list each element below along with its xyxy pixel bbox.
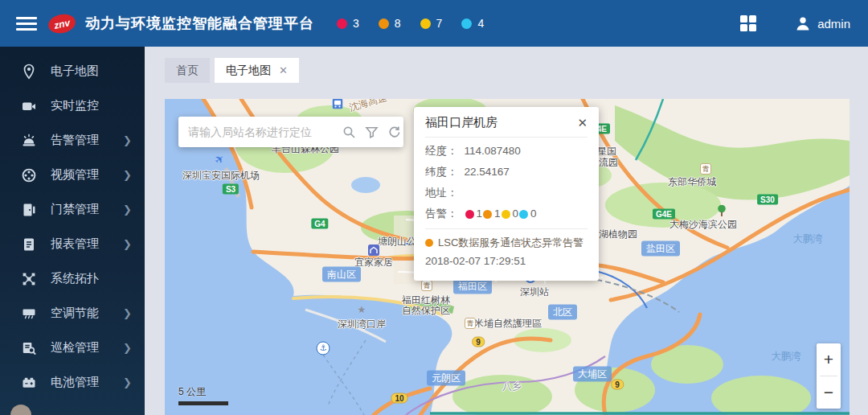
district-label-yuanlang: 元朗区 — [427, 371, 465, 386]
user-menu[interactable]: admin — [795, 15, 850, 31]
tab-close-icon[interactable]: ✕ — [279, 64, 288, 76]
alarm-bell-icon — [21, 133, 37, 149]
district-label-futian: 福田区 — [453, 279, 492, 294]
scale-bar — [178, 401, 228, 405]
sidebar-item-emap[interactable]: 电子地图 — [0, 54, 145, 88]
sidebar-item-alarm-mgmt[interactable]: 告警管理 ❯ — [0, 123, 145, 158]
major-dot-icon — [379, 18, 389, 29]
camera-icon — [21, 98, 37, 114]
map-zoom-control: + − — [817, 343, 841, 409]
alarm-summary: 3 8 7 4 — [337, 17, 503, 30]
tab-bar: 首页 电子地图✕ — [165, 58, 304, 83]
search-icon[interactable] — [342, 125, 356, 139]
map-label-mipu-reserve: 米埔自然護理區 — [474, 317, 542, 331]
zoom-out-button[interactable]: − — [817, 376, 841, 409]
popup-field-latitude: 纬度：22.54167 — [425, 162, 588, 183]
chevron-right-icon: ❯ — [123, 134, 132, 146]
topology-icon — [21, 271, 37, 287]
filter-icon[interactable] — [365, 125, 379, 139]
road-badge-10: 10 — [391, 393, 407, 404]
sidebar-item-access-control[interactable]: 门禁管理 ❯ — [0, 192, 145, 227]
chevron-right-icon: ❯ — [123, 342, 132, 354]
sidebar-item-live-monitor[interactable]: 实时监控 — [0, 88, 145, 123]
sidebar-item-battery[interactable]: 电池管理 ❯ — [0, 365, 145, 400]
alarm-count-critical[interactable]: 3 — [337, 17, 359, 30]
sidebar-partial-avatar — [10, 405, 31, 415]
road-badge-g4e-b: G4E — [653, 209, 675, 220]
critical-dot-icon — [337, 18, 347, 29]
minor-dot-icon — [502, 210, 510, 219]
alarm-dot-icon — [425, 239, 433, 247]
major-dot-icon — [483, 210, 492, 219]
site-info-popup: 福田口岸机房 ✕ 经度：114.087480 纬度：22.54167 地址： 告… — [414, 107, 599, 281]
refresh-icon[interactable] — [387, 125, 401, 139]
road-badge-s3: S3 — [223, 184, 239, 195]
map-label-east-oct: 东部华侨城 — [668, 175, 716, 189]
door-icon — [21, 202, 37, 218]
port-star-icon: ★ — [358, 304, 366, 315]
map-label-partial-line2: 流园 — [599, 156, 618, 170]
sidebar-item-report-mgmt[interactable]: 报表管理 ❯ — [0, 227, 145, 261]
popup-alarm-counts: 告警： 1 1 0 0 — [425, 203, 588, 224]
map-label-shenzhen-station: 深圳站 — [520, 286, 549, 299]
sidebar-item-ac-energy[interactable]: 空调节能 ❯ — [0, 296, 145, 331]
popup-title: 福田口岸机房 — [425, 115, 497, 130]
map-label-mangrove-line2: 自然保护区 — [402, 304, 450, 318]
zoom-in-button[interactable]: + — [817, 343, 841, 376]
report-icon — [21, 236, 37, 253]
chevron-right-icon: ❯ — [123, 169, 132, 181]
scenic-spot-icon: 青 — [700, 163, 711, 175]
sidebar-item-topology[interactable]: 系统拓扑 — [0, 261, 145, 296]
road-badge-9a: 9 — [472, 337, 485, 347]
popup-alarm-message: LSC数据服务通信状态异常告警 — [425, 234, 588, 252]
minor-dot-icon — [420, 18, 431, 29]
chevron-right-icon: ❯ — [123, 203, 132, 216]
app-header: znv 动力与环境监控智能融合管理平台 3 8 7 4 admin — [0, 0, 868, 47]
station-search-box — [178, 117, 403, 147]
apps-grid-icon[interactable] — [740, 15, 756, 31]
popup-close-icon[interactable]: ✕ — [577, 116, 588, 130]
sidebar-item-inspection[interactable]: 巡检管理 ❯ — [0, 331, 145, 365]
popup-field-longitude: 经度：114.087480 — [425, 141, 588, 162]
scenic-spot-icon: 青 — [421, 280, 432, 291]
map-label-dapeng-bay-1: 大鹏湾 — [792, 232, 823, 246]
popup-field-address: 地址： — [425, 183, 588, 203]
critical-dot-icon — [465, 210, 474, 219]
tab-electronic-map[interactable]: 电子地图✕ — [215, 58, 299, 83]
alarm-count-major[interactable]: 8 — [379, 17, 401, 30]
inspection-magnifier-icon — [21, 340, 37, 356]
sidebar-item-video-mgmt[interactable]: 视频管理 ❯ — [0, 158, 145, 192]
map-label-dameisha-park: 大梅沙海滨公园 — [669, 218, 737, 232]
user-icon — [795, 15, 811, 31]
username: admin — [817, 17, 850, 31]
district-label-yantian: 盐田区 — [641, 241, 680, 257]
app-title: 动力与环境监控智能融合管理平台 — [85, 14, 314, 33]
map[interactable]: 沈海高速 羊台山森林公园 深圳宝安国际机场 塘朗山公园 宜家家居 福田站 深圳 … — [165, 99, 850, 415]
znv-logo: znv — [47, 11, 77, 35]
battery-icon — [21, 375, 37, 391]
map-label-baxiang: 八乡 — [502, 380, 522, 393]
warning-dot-icon — [461, 18, 472, 29]
scenic-spot-icon: 青 — [465, 318, 476, 329]
district-label-dabu: 大埔区 — [573, 367, 612, 382]
alarm-count-minor[interactable]: 7 — [420, 17, 443, 30]
alarm-count-warning[interactable]: 4 — [461, 17, 484, 30]
map-scale: 5 公里 — [178, 384, 228, 405]
district-label-nanshan: 南山区 — [322, 267, 361, 282]
sidebar-nav: 电子地图 实时监控 告警管理 ❯ 视频管理 ❯ 门禁管理 ❯ 报表管理 ❯ 系统… — [0, 47, 145, 415]
station-search-input[interactable] — [188, 125, 334, 138]
film-reel-icon — [21, 167, 37, 183]
furniture-store-icon — [368, 244, 379, 256]
road-badge-s30: S30 — [757, 195, 778, 205]
map-label-shenzhen-bay-port: 深圳湾口岸 — [338, 318, 386, 331]
map-pin-icon — [21, 64, 37, 80]
warning-dot-icon — [519, 210, 528, 219]
menu-toggle-icon[interactable] — [16, 14, 37, 34]
chevron-right-icon: ❯ — [123, 238, 132, 250]
popup-alarm-time: 2018-02-07 17:29:51 — [425, 252, 588, 271]
chevron-right-icon: ❯ — [123, 307, 132, 319]
district-label-beiqu: 北区 — [548, 305, 577, 320]
tree-icon — [717, 205, 727, 217]
tab-home[interactable]: 首页 — [165, 58, 210, 83]
bus-stop-icon — [333, 99, 343, 109]
